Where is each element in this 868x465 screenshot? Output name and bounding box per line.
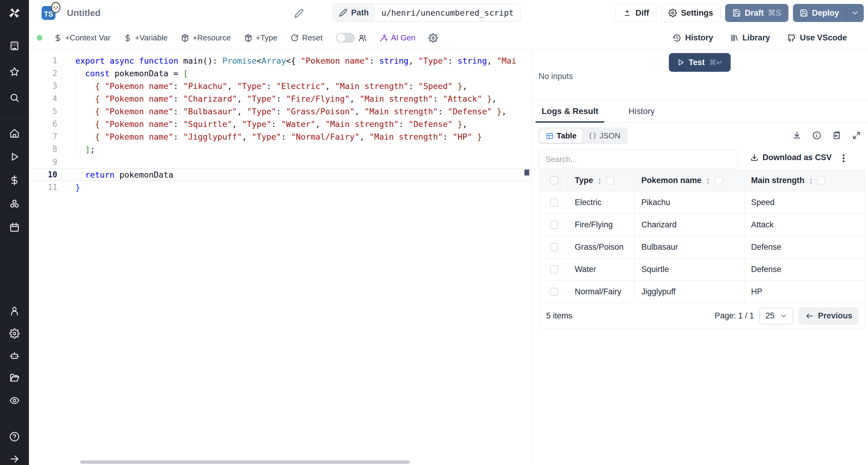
add-resource-button[interactable]: +Resource: [181, 33, 230, 42]
row-checkbox[interactable]: [550, 243, 558, 251]
table-cell: Grass/Poison: [568, 236, 634, 258]
column-filter-box[interactable]: [715, 176, 723, 184]
horizontal-scrollbar[interactable]: [80, 461, 410, 464]
table-cell: Jigglypuff: [634, 281, 744, 303]
workers-bot-icon[interactable]: [8, 350, 21, 362]
test-shortcut: ⌘↵: [709, 58, 723, 67]
use-vscode-button[interactable]: Use VScode: [787, 33, 847, 42]
code-line-4[interactable]: 4 { "Pokemon name": "Charizard", "Type":…: [29, 92, 531, 105]
row-checkbox[interactable]: [550, 288, 558, 296]
path-pencil-icon: [339, 8, 347, 17]
table-cell: Electric: [568, 192, 634, 213]
arrow-left-icon: [805, 312, 814, 320]
code-line-11[interactable]: 11}: [29, 181, 531, 194]
help-icon[interactable]: [8, 431, 21, 443]
column-filter-box[interactable]: [817, 176, 826, 184]
schedules-calendar-icon[interactable]: [8, 221, 21, 233]
code-text: const pokemonData = [: [75, 69, 188, 78]
table-row[interactable]: Grass/PoisonBulbasaurDefense: [540, 236, 864, 258]
copy-to-clipboard-icon[interactable]: [831, 130, 842, 141]
add-variable-button[interactable]: +Variable: [124, 33, 168, 42]
expand-result-icon[interactable]: [851, 130, 862, 141]
variables-dollar-icon[interactable]: [8, 174, 21, 186]
view-table-option[interactable]: Table: [540, 129, 583, 143]
previous-page-button[interactable]: Previous: [799, 307, 859, 325]
code-line-9[interactable]: 9: [29, 155, 531, 168]
reset-button[interactable]: Reset: [290, 33, 322, 42]
expand-sidebar-icon[interactable]: [8, 453, 21, 465]
favorites-star-icon[interactable]: [8, 66, 21, 78]
workspace-icon[interactable]: [8, 40, 21, 52]
path-field[interactable]: Path u/henri/unencumbered_script: [333, 4, 521, 22]
row-checkbox[interactable]: [550, 265, 558, 273]
code-text: { "Pokemon name": "Pikachu", "Type": "El…: [75, 81, 467, 91]
path-value: u/henri/unencumbered_script: [375, 8, 521, 18]
add-type-button[interactable]: +Type: [244, 33, 278, 42]
row-checkbox[interactable]: [550, 198, 558, 207]
user-icon[interactable]: [8, 305, 21, 317]
download-result-icon[interactable]: [792, 130, 802, 141]
column-label: Pokemon name: [641, 176, 702, 185]
table-row[interactable]: Fire/FlyingCharizardAttack: [540, 214, 864, 236]
code-line-7[interactable]: 7 { "Pokemon name": "Jigglypuff", "Type"…: [29, 130, 531, 143]
ai-gen-button[interactable]: AI Gen: [379, 33, 415, 42]
info-icon[interactable]: [811, 130, 822, 141]
code-text: { "Pokemon name": "Bulbasaur", "Type": "…: [75, 107, 507, 116]
table-icon: [546, 132, 554, 140]
diff-button[interactable]: Diff: [615, 4, 656, 22]
items-count: 5 items: [546, 311, 572, 321]
history-button[interactable]: History: [673, 33, 713, 42]
select-all-checkbox[interactable]: [550, 176, 558, 184]
audit-eye-icon[interactable]: [8, 395, 21, 407]
line-number: 9: [29, 157, 57, 167]
table-row[interactable]: ElectricPikachuSpeed: [540, 192, 864, 214]
code-line-6[interactable]: 6 { "Pokemon name": "Squirtle", "Type": …: [29, 118, 531, 130]
code-line-10[interactable]: 10 return pokemonData: [29, 168, 531, 181]
column-filter-box[interactable]: [606, 176, 614, 184]
editor-settings-gear-icon[interactable]: [429, 33, 438, 42]
result-search-input[interactable]: [538, 150, 738, 169]
windmill-logo[interactable]: [0, 0, 29, 26]
code-line-3[interactable]: 3 { "Pokemon name": "Pikachu", "Type": "…: [29, 80, 531, 92]
runs-play-icon[interactable]: [8, 151, 21, 163]
deploy-button[interactable]: Deploy: [793, 4, 846, 22]
table-row[interactable]: WaterSquirtleDefense: [540, 258, 864, 281]
code-line-8[interactable]: 8 ];: [29, 143, 531, 155]
table-row[interactable]: Normal/FairyJigglypuffHP: [540, 281, 864, 303]
column-header-type: Type↕: [568, 170, 634, 191]
resources-boxes-icon[interactable]: [8, 198, 21, 210]
add-context-var-button[interactable]: +Context Var: [54, 33, 111, 42]
save-icon: [733, 9, 741, 17]
table-cell: Water: [568, 258, 634, 281]
page-indicator: Page: 1 / 1: [715, 311, 754, 321]
library-button[interactable]: Library: [730, 33, 770, 42]
code-line-1[interactable]: 1export async function main(): Promise<A…: [29, 54, 531, 67]
search-icon[interactable]: [8, 92, 21, 104]
folders-icon[interactable]: [8, 372, 21, 384]
run-panel: Test ⌘↵ No inputs Logs & Result History …: [531, 50, 868, 465]
sort-icon[interactable]: ↕: [706, 175, 710, 186]
table-menu-kebab-icon[interactable]: [839, 153, 848, 164]
code-editor[interactable]: 1export async function main(): Promise<A…: [29, 50, 531, 465]
deploy-more-button[interactable]: [846, 4, 864, 22]
diff-mode-toggle[interactable]: [336, 33, 355, 43]
page-size-select[interactable]: 25: [760, 308, 793, 324]
sort-icon[interactable]: ↕: [597, 175, 602, 186]
tab-logs-result[interactable]: Logs & Result: [538, 100, 601, 122]
settings-button[interactable]: Settings: [661, 4, 721, 22]
edit-title-pencil-icon[interactable]: [294, 8, 304, 18]
library-icon: [730, 34, 738, 42]
test-button[interactable]: Test ⌘↵: [669, 53, 731, 72]
table-footer: 5 items Page: 1 / 1 25 Previous: [540, 303, 864, 329]
settings-gear-icon[interactable]: [8, 327, 21, 340]
home-icon[interactable]: [8, 127, 21, 139]
download-csv-button[interactable]: Download as CSV: [750, 153, 832, 162]
draft-button[interactable]: Draft ⌘S: [725, 4, 788, 22]
view-json-option[interactable]: JSON: [583, 129, 626, 143]
code-line-5[interactable]: 5 { "Pokemon name": "Bulbasaur", "Type":…: [29, 105, 531, 118]
sort-icon[interactable]: ↕: [809, 175, 813, 186]
tab-history[interactable]: History: [625, 100, 658, 122]
collab-users-icon[interactable]: [358, 33, 367, 42]
row-checkbox[interactable]: [550, 221, 558, 229]
code-line-2[interactable]: 2 const pokemonData = [: [29, 67, 531, 80]
